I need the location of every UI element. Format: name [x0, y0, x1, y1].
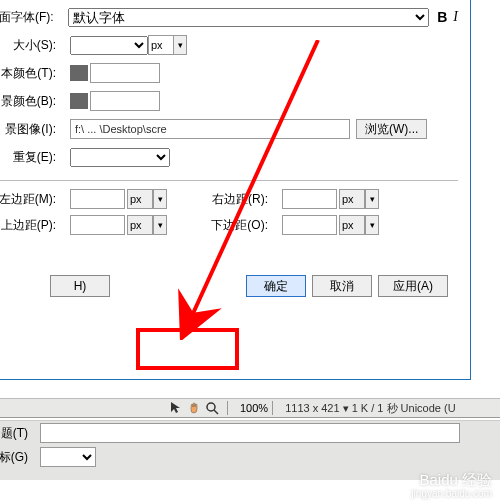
- bg-image-input[interactable]: [70, 119, 350, 139]
- dropdown-arrow-icon[interactable]: ▾: [365, 189, 379, 209]
- font-select[interactable]: 默认字体: [68, 8, 430, 27]
- bg-color-input[interactable]: [90, 91, 160, 111]
- label-bottom-margin: 下边距(O):: [197, 217, 272, 234]
- dropdown-arrow-icon[interactable]: ▾: [153, 215, 167, 235]
- size-select[interactable]: [70, 36, 148, 55]
- label-bg-color: 景颜色(B):: [0, 93, 60, 110]
- label-repeat: 重复(E):: [0, 149, 60, 166]
- hand-icon[interactable]: [187, 401, 201, 415]
- label-target: 标(G): [0, 449, 32, 466]
- top-margin-unit[interactable]: px: [127, 215, 153, 235]
- repeat-select[interactable]: [70, 148, 170, 167]
- row-size: 大小(S): ▾: [0, 34, 458, 56]
- svg-line-2: [214, 410, 218, 414]
- row-bg-image: 景图像(I): 浏览(W)...: [0, 118, 458, 140]
- button-row: H) 确定 取消 应用(A): [0, 275, 458, 297]
- row-bg-color: 景颜色(B):: [0, 90, 458, 112]
- watermark-sub: jingyan.baidu.com: [411, 488, 492, 499]
- text-color-swatch[interactable]: [70, 65, 88, 81]
- row-repeat: 重复(E):: [0, 146, 458, 168]
- properties-panel: 题(T) 标(G): [0, 420, 500, 480]
- label-text-color: 本颜色(T):: [0, 65, 60, 82]
- label-right-margin: 右边距(R):: [197, 191, 272, 208]
- dropdown-arrow-icon[interactable]: ▾: [153, 189, 167, 209]
- italic-toggle[interactable]: I: [453, 9, 458, 25]
- label-top-margin: 上边距(P):: [0, 217, 60, 234]
- dropdown-arrow-icon[interactable]: ▾: [365, 215, 379, 235]
- dropdown-arrow-icon[interactable]: ▾: [173, 35, 187, 55]
- top-margin-input[interactable]: [70, 215, 125, 235]
- row-font: 面字体(F): 默认字体 B I: [0, 6, 458, 28]
- title-input[interactable]: [40, 423, 460, 443]
- size-unit[interactable]: [148, 35, 174, 55]
- apply-button[interactable]: 应用(A): [378, 275, 448, 297]
- left-margin-unit[interactable]: px: [127, 189, 153, 209]
- dialog-body: 面字体(F): 默认字体 B I 大小(S): ▾ 本颜色(T): 景颜色(B)…: [0, 6, 470, 309]
- zoom-icon[interactable]: [205, 401, 219, 415]
- zoom-value[interactable]: 100%: [240, 402, 268, 414]
- ok-button[interactable]: 确定: [246, 275, 306, 297]
- margin-grid: 左边距(M): px ▾ 右边距(R): px ▾ 上边距(P): px: [0, 189, 458, 235]
- divider-icon: [272, 401, 273, 415]
- left-margin-input[interactable]: [70, 189, 125, 209]
- right-margin-unit[interactable]: px: [339, 189, 365, 209]
- bg-color-swatch[interactable]: [70, 93, 88, 109]
- svg-point-1: [207, 403, 215, 411]
- browse-button[interactable]: 浏览(W)...: [356, 119, 427, 139]
- label-bg-image: 景图像(I):: [0, 121, 60, 138]
- status-dimensions: 1113 x 421 ▾ 1 K / 1 秒 Unicode (U: [285, 401, 455, 416]
- label-size: 大小(S):: [0, 37, 60, 54]
- status-toolbar: 100% 1113 x 421 ▾ 1 K / 1 秒 Unicode (U: [0, 398, 500, 418]
- pointer-icon[interactable]: [169, 401, 183, 415]
- target-select[interactable]: [40, 447, 96, 467]
- cancel-button[interactable]: 取消: [312, 275, 372, 297]
- label-font: 面字体(F):: [0, 9, 58, 26]
- text-color-input[interactable]: [90, 63, 160, 83]
- label-left-margin: 左边距(M):: [0, 191, 60, 208]
- bottom-margin-group: 下边距(O): px ▾: [207, 215, 379, 235]
- bold-toggle[interactable]: B: [437, 9, 447, 25]
- right-margin-input[interactable]: [282, 189, 337, 209]
- divider-icon: [227, 401, 228, 415]
- toolbar-icons: [165, 401, 223, 415]
- row-text-color: 本颜色(T):: [0, 62, 458, 84]
- help-button[interactable]: H): [50, 275, 110, 297]
- bottom-margin-input[interactable]: [282, 215, 337, 235]
- top-margin-group: 上边距(P): px ▾: [0, 215, 167, 235]
- right-margin-group: 右边距(R): px ▾: [207, 189, 379, 209]
- dialog-window: 面字体(F): 默认字体 B I 大小(S): ▾ 本颜色(T): 景颜色(B)…: [0, 0, 471, 380]
- row-target: 标(G): [0, 445, 500, 469]
- label-title: 题(T): [0, 425, 32, 442]
- left-margin-group: 左边距(M): px ▾: [0, 189, 167, 209]
- divider: [0, 180, 458, 181]
- row-title: 题(T): [0, 421, 500, 445]
- bottom-margin-unit[interactable]: px: [339, 215, 365, 235]
